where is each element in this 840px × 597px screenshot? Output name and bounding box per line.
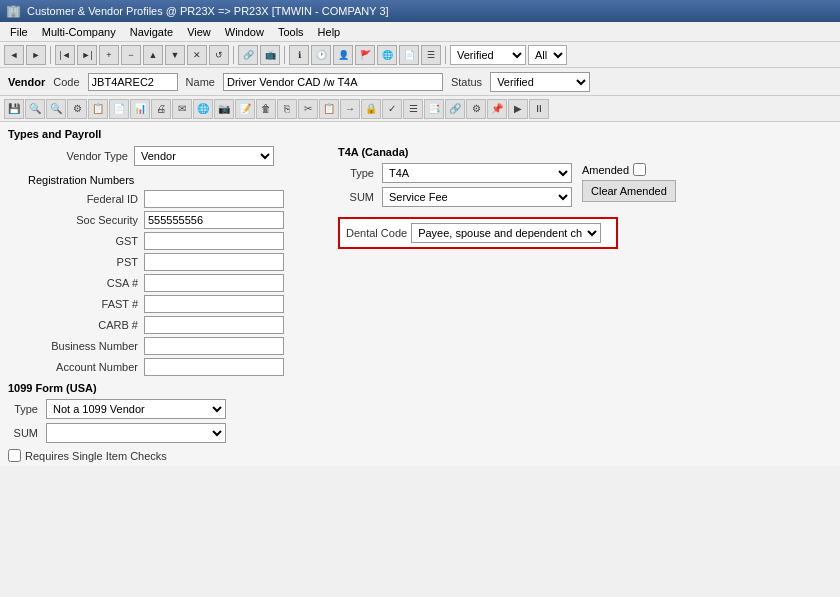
vendor-type-dropdown[interactable]: Vendor Customer: [134, 146, 274, 166]
clock-button[interactable]: 🕐: [311, 45, 331, 65]
cancel-button[interactable]: ✕: [187, 45, 207, 65]
toolbar-btn-8[interactable]: 🖨: [151, 99, 171, 119]
requires-single-item-row: Requires Single Item Checks: [8, 449, 328, 462]
toolbar-btn-26[interactable]: ⏸: [529, 99, 549, 119]
toolbar-btn-9[interactable]: ✉: [172, 99, 192, 119]
link-button[interactable]: 🔗: [238, 45, 258, 65]
soc-security-input[interactable]: [144, 211, 284, 229]
1099-type-dropdown[interactable]: Not a 1099 Vendor: [46, 399, 226, 419]
menu-tools[interactable]: Tools: [272, 25, 310, 39]
toolbar-btn-21[interactable]: 📑: [424, 99, 444, 119]
toolbar-btn-13[interactable]: 🗑: [256, 99, 276, 119]
user-button[interactable]: 👤: [333, 45, 353, 65]
1099-type-label: Type: [8, 403, 38, 415]
toolbar-btn-1[interactable]: 💾: [4, 99, 24, 119]
business-number-input[interactable]: [144, 337, 284, 355]
t4a-sum-label: SUM: [338, 191, 374, 203]
first-button[interactable]: |◄: [55, 45, 75, 65]
menu-window[interactable]: Window: [219, 25, 270, 39]
sep3: [284, 46, 285, 64]
account-number-label: Account Number: [28, 361, 138, 373]
toolbar-btn-25[interactable]: ▶: [508, 99, 528, 119]
main-content: Types and Payroll Vendor Type Vendor Cus…: [0, 122, 840, 466]
csa-input[interactable]: [144, 274, 284, 292]
doc-button[interactable]: 📄: [399, 45, 419, 65]
csa-row: CSA #: [28, 274, 328, 292]
forward-button[interactable]: ►: [26, 45, 46, 65]
back-button[interactable]: ◄: [4, 45, 24, 65]
toolbar-btn-18[interactable]: 🔒: [361, 99, 381, 119]
menu-navigate[interactable]: Navigate: [124, 25, 179, 39]
verified-dropdown[interactable]: Verified Unverified: [450, 45, 526, 65]
sep2: [233, 46, 234, 64]
toolbar-btn-24[interactable]: 📌: [487, 99, 507, 119]
toolbar-btn-16[interactable]: 📋: [319, 99, 339, 119]
toolbar-btn-20[interactable]: ☰: [403, 99, 423, 119]
soc-security-row: Soc Security: [28, 211, 328, 229]
vendor-type-label: Vendor Type: [38, 150, 128, 162]
gst-input[interactable]: [144, 232, 284, 250]
requires-single-item-label: Requires Single Item Checks: [25, 450, 167, 462]
menu-view[interactable]: View: [181, 25, 217, 39]
sep1: [50, 46, 51, 64]
toolbar-btn-17[interactable]: →: [340, 99, 360, 119]
vendor-name-input[interactable]: [223, 73, 443, 91]
toolbar-btn-10[interactable]: 🌐: [193, 99, 213, 119]
account-number-row: Account Number: [28, 358, 328, 376]
toolbar-btn-5[interactable]: 📋: [88, 99, 108, 119]
dental-code-label: Dental Code: [346, 227, 407, 239]
toolbar-btn-19[interactable]: ✓: [382, 99, 402, 119]
t4a-amended-area: Amended Clear Amended: [578, 163, 676, 202]
toolbar-btn-6[interactable]: 📄: [109, 99, 129, 119]
toolbar-btn-2[interactable]: 🔍: [25, 99, 45, 119]
federal-id-input[interactable]: [144, 190, 284, 208]
up-button[interactable]: ▲: [143, 45, 163, 65]
remove-button[interactable]: −: [121, 45, 141, 65]
toolbar-btn-7[interactable]: 📊: [130, 99, 150, 119]
flag-button[interactable]: 🚩: [355, 45, 375, 65]
pst-input[interactable]: [144, 253, 284, 271]
requires-single-item-checkbox[interactable]: [8, 449, 21, 462]
business-number-label: Business Number: [28, 340, 138, 352]
info-button[interactable]: ℹ: [289, 45, 309, 65]
1099-sum-dropdown[interactable]: [46, 423, 226, 443]
last-button[interactable]: ►|: [77, 45, 97, 65]
name-label: Name: [186, 76, 215, 88]
status-dropdown[interactable]: Verified Unverified: [490, 72, 590, 92]
carb-row: CARB #: [28, 316, 328, 334]
t4a-section: T4A (Canada) Type T4A SUM Service Fee: [338, 146, 832, 462]
fast-input[interactable]: [144, 295, 284, 313]
reg-numbers-label: Registration Numbers: [28, 174, 328, 186]
menu-file[interactable]: File: [4, 25, 34, 39]
menu-help[interactable]: Help: [312, 25, 347, 39]
refresh-button[interactable]: ↺: [209, 45, 229, 65]
toolbar-btn-12[interactable]: 📝: [235, 99, 255, 119]
toolbar-btn-11[interactable]: 📷: [214, 99, 234, 119]
menu-multicompany[interactable]: Multi-Company: [36, 25, 122, 39]
t4a-type-dropdown[interactable]: T4A: [382, 163, 572, 183]
toolbar-btn-14[interactable]: ⎘: [277, 99, 297, 119]
vendor-code-input[interactable]: [88, 73, 178, 91]
toolbar-btn-15[interactable]: ✂: [298, 99, 318, 119]
app-icon: 🏢: [6, 4, 21, 18]
fast-label: FAST #: [28, 298, 138, 310]
t4a-sum-dropdown[interactable]: Service Fee: [382, 187, 572, 207]
carb-input[interactable]: [144, 316, 284, 334]
add-button[interactable]: +: [99, 45, 119, 65]
toolbar-btn-22[interactable]: 🔗: [445, 99, 465, 119]
all-dropdown[interactable]: All: [528, 45, 567, 65]
sep4: [445, 46, 446, 64]
vendor-type-row: Vendor Type Vendor Customer: [8, 146, 328, 166]
amended-checkbox[interactable]: [633, 163, 646, 176]
toolbar-btn-23[interactable]: ⚙: [466, 99, 486, 119]
toolbar-btn-4[interactable]: ⚙: [67, 99, 87, 119]
1099-type-row: Type Not a 1099 Vendor: [8, 399, 328, 419]
dental-code-dropdown[interactable]: Payee, spouse and dependent chi: [411, 223, 601, 243]
world-button[interactable]: 🌐: [377, 45, 397, 65]
clear-amended-button[interactable]: Clear Amended: [582, 180, 676, 202]
tv-button[interactable]: 📺: [260, 45, 280, 65]
toolbar-btn-3[interactable]: 🔍: [46, 99, 66, 119]
down-button[interactable]: ▼: [165, 45, 185, 65]
account-number-input[interactable]: [144, 358, 284, 376]
list-button[interactable]: ☰: [421, 45, 441, 65]
